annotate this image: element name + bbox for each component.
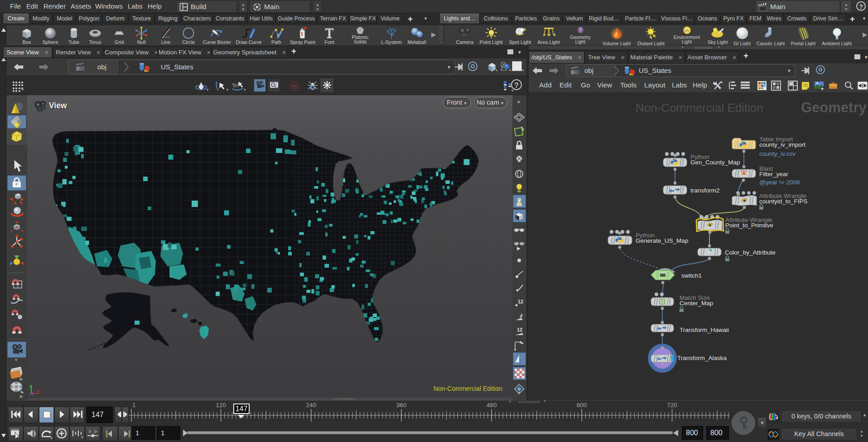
svg-text:z: z — [32, 391, 34, 396]
svg-text:240: 240 — [306, 402, 316, 408]
svg-text:120: 120 — [216, 402, 226, 408]
svg-text:600: 600 — [577, 402, 587, 408]
svg-text:360: 360 — [396, 402, 407, 408]
svg-text:y: y — [29, 383, 32, 389]
svg-text:720: 720 — [667, 402, 677, 408]
svg-text:12: 12 — [518, 299, 523, 304]
svg-text:480: 480 — [487, 402, 497, 408]
svg-text:x: x — [37, 388, 39, 394]
svg-text:1: 1 — [132, 402, 136, 408]
svg-text:12: 12 — [517, 327, 522, 332]
